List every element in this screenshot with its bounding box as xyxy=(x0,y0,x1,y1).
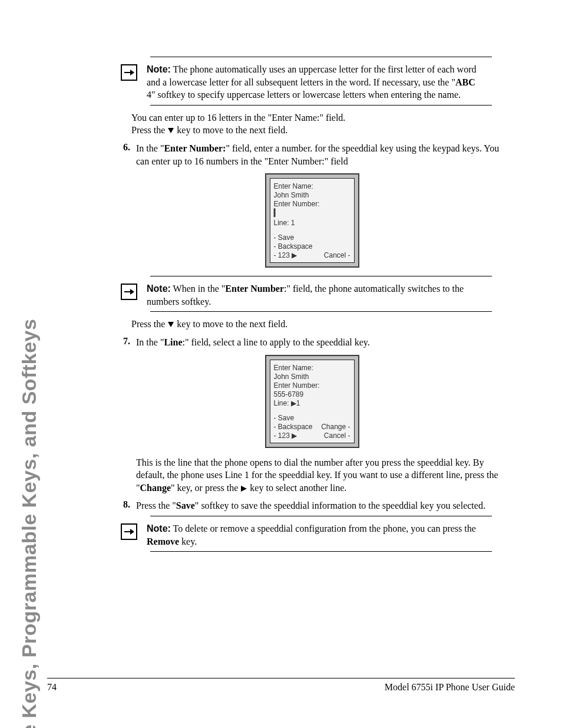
note-block: Note: To delete or remove a speeddial co… xyxy=(121,522,486,548)
step-body: In the "Enter Number:" field, enter a nu… xyxy=(136,142,509,167)
paragraph: This is the line that the phone opens to… xyxy=(136,456,509,495)
text: key to move to the next field. xyxy=(174,125,287,135)
divider xyxy=(150,311,492,312)
lcd-line: 555-6789 xyxy=(274,390,351,399)
text: key to move to the next field. xyxy=(174,319,287,329)
text: key. xyxy=(179,536,197,546)
svg-marker-2 xyxy=(168,128,174,133)
page-number: 74 xyxy=(47,682,57,693)
lcd-softkey: Change - xyxy=(321,423,350,431)
footer-title: Model 6755i IP Phone User Guide xyxy=(385,682,515,693)
lcd-line: Enter Name: xyxy=(274,364,351,373)
lcd-line: Enter Number: xyxy=(274,200,351,209)
down-arrow-icon xyxy=(167,124,174,137)
lcd-softkey: Cancel - xyxy=(324,431,351,440)
note-bold: ABC xyxy=(455,77,475,87)
step-number: 8. xyxy=(115,499,130,512)
note-text-part: 4" softkey to specify uppercase letters … xyxy=(147,90,461,100)
right-arrow-icon xyxy=(240,482,247,495)
lcd-softkey: - 123 ▶ xyxy=(274,251,297,260)
lcd-line: Line: 1 xyxy=(274,219,351,228)
down-arrow-icon xyxy=(167,318,174,331)
svg-marker-8 xyxy=(130,529,134,535)
lcd-softkey: - Backspace xyxy=(274,423,313,431)
lcd-figure-1: Enter Name: John Smith Enter Number: ▎ L… xyxy=(115,173,509,268)
step-number: 7. xyxy=(115,336,130,349)
step-6: 6. In the "Enter Number:" field, enter a… xyxy=(115,142,509,167)
note-text: Note: When in the "Enter Number:" field,… xyxy=(147,282,486,308)
lcd-softkey: Cancel - xyxy=(324,251,351,260)
svg-marker-5 xyxy=(168,322,174,327)
lcd-cursor: ▎ xyxy=(274,209,351,218)
lcd-screen: Enter Name: John Smith Enter Number: 555… xyxy=(270,360,355,443)
note-text-part: The phone automatically uses an uppercas… xyxy=(147,64,477,87)
lcd-frame: Enter Name: John Smith Enter Number: ▎ L… xyxy=(265,173,359,268)
lcd-line: Enter Name: xyxy=(274,182,351,191)
lcd-line: Line: ▶1 xyxy=(274,399,351,408)
bold-text: Change xyxy=(140,483,171,493)
lcd-frame: Enter Name: John Smith Enter Number: 555… xyxy=(265,355,359,448)
bold-text: Enter Number: xyxy=(164,143,226,153)
text: To delete or remove a speeddial configur… xyxy=(171,523,476,533)
note-text: Note: To delete or remove a speeddial co… xyxy=(147,522,486,548)
divider xyxy=(150,276,492,276)
lcd-softkey: - 123 ▶ xyxy=(274,431,297,440)
svg-marker-1 xyxy=(130,70,134,75)
side-section-title: Line Keys, Programmable Keys, and Softke… xyxy=(12,53,47,554)
lcd-line: John Smith xyxy=(274,373,351,381)
note-block: Note: The phone automatically uses an up… xyxy=(121,63,486,101)
lcd-screen: Enter Name: John Smith Enter Number: ▎ L… xyxy=(270,178,355,263)
bold-text: Save xyxy=(176,500,195,510)
bold-text: Remove xyxy=(147,536,179,546)
text: Press the " xyxy=(136,500,176,510)
divider xyxy=(150,516,492,516)
text: When in the " xyxy=(171,284,225,294)
lcd-softkey: - Save xyxy=(274,414,295,423)
text: You can enter up to 16 letters in the "E… xyxy=(131,113,345,123)
lcd-softkey: - Save xyxy=(274,233,351,242)
arrow-right-icon xyxy=(121,64,137,81)
text: " key, or press the xyxy=(171,483,240,493)
main-content: Note: The phone automatically uses an up… xyxy=(115,57,509,552)
side-title-text: Line Keys, Programmable Keys, and Softke… xyxy=(18,319,41,728)
arrow-right-icon xyxy=(121,284,137,300)
note-text: Note: The phone automatically uses an up… xyxy=(147,63,486,101)
text: Press the xyxy=(131,319,167,329)
text: :" field, select a line to apply to the … xyxy=(183,337,370,347)
paragraph: Press the key to move to the next field. xyxy=(131,318,509,331)
paragraph: You can enter up to 16 letters in the "E… xyxy=(131,111,509,137)
page-footer: 74 Model 6755i IP Phone User Guide xyxy=(47,678,515,693)
text: key to select another line. xyxy=(247,483,346,493)
svg-marker-4 xyxy=(130,289,134,295)
divider xyxy=(150,551,492,552)
text: In the " xyxy=(136,143,164,153)
lcd-softkey: - Backspace xyxy=(274,242,351,251)
text: In the " xyxy=(136,337,164,347)
note-block: Note: When in the "Enter Number:" field,… xyxy=(121,282,486,308)
arrow-right-icon xyxy=(121,523,137,540)
step-7: 7. In the "Line:" field, select a line t… xyxy=(115,336,509,349)
step-body: Press the "Save" softkey to save the spe… xyxy=(136,499,509,512)
note-label: Note: xyxy=(147,64,171,74)
text: " softkey to save the speeddial informat… xyxy=(195,500,485,510)
bold-text: Enter Number xyxy=(225,284,284,294)
divider xyxy=(150,105,492,106)
text: Press the xyxy=(131,125,167,135)
divider xyxy=(150,57,492,57)
step-body: In the "Line:" field, select a line to a… xyxy=(136,336,509,349)
lcd-figure-2: Enter Name: John Smith Enter Number: 555… xyxy=(115,355,509,448)
step-8: 8. Press the "Save" softkey to save the … xyxy=(115,499,509,512)
note-label: Note: xyxy=(147,284,171,294)
lcd-line: Enter Number: xyxy=(274,381,351,390)
bold-text: Line xyxy=(164,337,182,347)
step-number: 6. xyxy=(115,142,130,167)
svg-marker-6 xyxy=(241,486,247,492)
note-label: Note: xyxy=(147,523,171,533)
lcd-line: John Smith xyxy=(274,191,351,200)
